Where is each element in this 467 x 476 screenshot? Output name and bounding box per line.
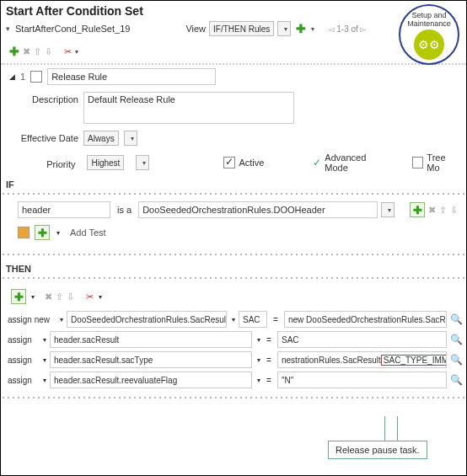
lhs-0[interactable]: DooSeededOrchestrationRules.SacResult xyxy=(67,311,227,328)
description-value: Default Release Rule xyxy=(88,94,175,104)
badge-text-2: Maintenance xyxy=(407,19,451,28)
effective-date-select[interactable]: Always xyxy=(83,131,119,146)
test-icon xyxy=(18,227,30,238)
rule-select-checkbox[interactable] xyxy=(30,71,42,83)
action-label-2: assign xyxy=(8,356,38,365)
next-page-icon[interactable]: ▻ xyxy=(360,24,367,34)
then-cut-button[interactable]: ✂ xyxy=(86,291,94,302)
action-menu-3[interactable]: ▾ xyxy=(43,377,46,384)
add-view-menu[interactable]: ▾ xyxy=(311,25,314,33)
priority-label: Priority xyxy=(8,157,75,169)
lhs-arrow-3[interactable]: ▾ xyxy=(257,377,260,384)
search-icon-0[interactable]: 🔍 xyxy=(450,313,463,325)
lhs-1[interactable]: header.sacResult xyxy=(50,331,252,348)
view-select[interactable]: IF/THEN Rules xyxy=(209,21,274,36)
new-rule-button[interactable]: ✚ xyxy=(9,45,19,58)
effective-date-arrow[interactable]: ▾ xyxy=(124,131,137,146)
move-up-icon[interactable]: ⇧ xyxy=(34,46,41,57)
active-checkbox[interactable] xyxy=(223,157,235,168)
lhs-arrow-0[interactable]: ▾ xyxy=(232,316,235,324)
search-icon-1[interactable]: 🔍 xyxy=(450,334,463,345)
if-subject-value: header xyxy=(22,205,51,215)
callout-box: Release pause task. xyxy=(328,441,427,459)
assign-row-1: assign ▾ header.sacResult ▾ = SAC 🔍 xyxy=(1,329,466,350)
add-test-menu[interactable]: ▾ xyxy=(56,229,60,237)
then-delete-button[interactable]: ✖ xyxy=(45,291,52,302)
view-dropdown-arrow[interactable]: ▾ xyxy=(277,21,291,36)
rule-name-value: Release Rule xyxy=(51,72,107,82)
callout-connector-2 xyxy=(397,416,398,441)
delete-rule-button[interactable]: ✖ xyxy=(23,46,30,57)
rule-index: 1 xyxy=(20,72,25,82)
lhs-3[interactable]: header.sacResult.reevaluateFlag xyxy=(50,372,252,388)
eq-1: = xyxy=(264,335,274,345)
if-type-arrow[interactable]: ▾ xyxy=(381,202,395,217)
tree-mode-checkbox[interactable] xyxy=(412,157,423,168)
rhs-2[interactable]: nestrationRules.SacResult SAC_TYPE_IMMED… xyxy=(277,351,447,368)
eq-2: = xyxy=(264,356,274,365)
then-add-menu[interactable]: ▾ xyxy=(31,293,35,301)
priority-value: Highest xyxy=(91,158,120,168)
add-test-label[interactable]: Add Test xyxy=(70,227,106,238)
cond-down-icon[interactable]: ⇩ xyxy=(450,205,458,216)
collapse-rule-icon[interactable]: ◢ xyxy=(9,72,15,81)
action-menu-0[interactable]: ▾ xyxy=(60,316,63,324)
if-operator: is a xyxy=(114,205,135,215)
callout-text: Release pause task. xyxy=(335,445,420,455)
action-label-0: assign new xyxy=(8,315,55,324)
rule-name-input[interactable]: Release Rule xyxy=(47,68,216,85)
if-label: IF xyxy=(1,176,466,191)
priority-select[interactable]: Highest xyxy=(87,155,124,170)
cut-button[interactable]: ✂ xyxy=(64,46,72,57)
assign-row-3: assign ▾ header.sacResult.reevaluateFlag… xyxy=(1,370,466,390)
if-type-value: DooSeededOrchestrationRules.DOOHeader xyxy=(142,205,325,215)
search-icon-2[interactable]: 🔍 xyxy=(450,354,463,366)
then-cut-menu[interactable]: ▾ xyxy=(99,293,102,301)
assign-row-2: assign ▾ header.sacResult.sacType ▾ = ne… xyxy=(1,350,466,370)
add-view-button[interactable]: ✚ xyxy=(294,22,308,35)
rhs-1[interactable]: SAC xyxy=(277,331,447,348)
view-label: View xyxy=(185,24,206,34)
if-subject-input[interactable]: header xyxy=(18,201,110,218)
action-menu-2[interactable]: ▾ xyxy=(43,356,46,364)
tree-mode-label: Tree Mo xyxy=(427,152,459,173)
eq-3: = xyxy=(264,376,274,385)
page-title: Start After Condition Set xyxy=(6,4,143,18)
then-label: THEN xyxy=(1,260,466,275)
delete-condition-button[interactable]: ✖ xyxy=(428,205,436,216)
action-label-3: assign xyxy=(8,376,38,385)
active-label: Active xyxy=(239,158,264,168)
search-icon-3[interactable]: 🔍 xyxy=(450,374,463,386)
description-label: Description xyxy=(8,92,78,104)
action-label-1: assign xyxy=(8,335,38,345)
description-input[interactable]: Default Release Rule xyxy=(83,92,294,124)
prev-page-icon[interactable]: ◅ xyxy=(328,24,335,34)
add-condition-button[interactable]: ✚ xyxy=(410,202,425,217)
ruleset-name: StartAfterCond_RuleSet_19 xyxy=(15,24,130,34)
then-up-icon[interactable]: ⇧ xyxy=(56,291,63,302)
badge-text-1: Setup and xyxy=(411,11,446,19)
setup-maintenance-badge[interactable]: Setup and Maintenance ⚙⚙ xyxy=(399,4,459,65)
then-down-icon[interactable]: ⇩ xyxy=(67,291,74,302)
add-test-plus[interactable]: ✚ xyxy=(35,225,50,240)
sac-type-highlight: SAC_TYPE_IMMEDIATE xyxy=(381,355,447,366)
mid-0[interactable]: SAC xyxy=(239,311,267,328)
move-down-icon[interactable]: ⇩ xyxy=(45,46,52,57)
priority-arrow[interactable]: ▾ xyxy=(136,155,149,170)
cut-menu[interactable]: ▾ xyxy=(75,48,78,56)
callout-connector xyxy=(384,416,385,441)
lhs-arrow-1[interactable]: ▾ xyxy=(257,336,260,344)
then-add-button[interactable]: ✚ xyxy=(11,289,26,304)
rhs-0[interactable]: new DooSeededOrchestrationRules.SacResul… xyxy=(284,311,447,328)
lhs-2[interactable]: header.sacResult.sacType xyxy=(50,351,252,368)
effective-date-value: Always xyxy=(88,134,115,143)
action-menu-1[interactable]: ▾ xyxy=(43,336,46,344)
rhs-3[interactable]: "N" xyxy=(277,372,447,388)
view-value: IF/THEN Rules xyxy=(213,24,270,34)
cond-up-icon[interactable]: ⇧ xyxy=(439,205,447,216)
if-type-input[interactable]: DooSeededOrchestrationRules.DOOHeader xyxy=(138,201,378,218)
lhs-arrow-2[interactable]: ▾ xyxy=(257,356,260,364)
assign-row-0: assign new ▾ DooSeededOrchestrationRules… xyxy=(1,309,466,329)
expand-icon[interactable]: ▾ xyxy=(6,24,10,33)
eq-0: = xyxy=(271,315,281,324)
